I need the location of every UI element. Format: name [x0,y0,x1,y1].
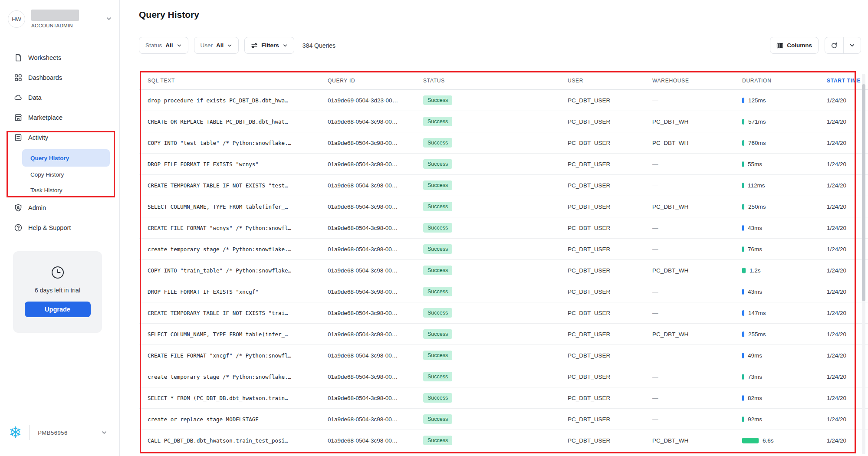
table-row[interactable]: create temporary stage /* Python:snowfla… [139,366,868,387]
vertical-scrollbar-thumb[interactable] [862,84,865,301]
sql-text-cell: SELECT COLUMN_NAME, TYPE FROM table(infe… [148,331,328,338]
table-row[interactable]: drop procedure if exists PC_DBT_DB.dbt_h… [139,90,868,111]
refresh-split-button [825,37,861,54]
filters-label: Filters [261,42,279,49]
warehouse-cell: — [652,182,742,189]
column-header-status[interactable]: STATUS [423,78,568,84]
table-row[interactable]: create or replace stage MODELSTAGE 01a9d… [139,409,868,430]
table-row[interactable]: COPY INTO "test_table" /* Python:snowfla… [139,132,868,154]
account-selector[interactable]: HW ACCOUNTADMIN [8,10,112,31]
table-body: drop procedure if exists PC_DBT_DB.dbt_h… [139,90,868,456]
warehouse-cell: PC_DBT_WH [652,203,742,210]
columns-button[interactable]: Columns [770,37,819,54]
status-badge: Success [423,244,452,254]
table-row[interactable]: SELECT COLUMN_NAME, TYPE FROM table(infe… [139,324,868,345]
table-row[interactable]: create temporary stage /* Python:snowfla… [139,239,868,260]
sidebar-item-worksheets[interactable]: Worksheets [0,48,119,68]
warehouse-cell: — [652,97,742,104]
warehouse-cell: — [652,310,742,316]
chevron-down-icon [227,43,232,48]
sidebar-item-dashboards[interactable]: Dashboards [0,68,119,88]
user-filter-label: User [201,42,213,49]
sidebar-item-query-history[interactable]: Query History [22,149,110,167]
column-header-sql-text[interactable]: SQL TEXT [148,78,328,84]
duration-cell: 571ms [742,118,827,125]
status-cell: Success [423,223,568,233]
duration-cell: 49ms [742,352,827,359]
duration-value: 49ms [748,352,762,359]
refresh-button[interactable] [825,37,843,53]
chevron-down-icon[interactable] [101,430,107,436]
duration-bar [742,183,744,188]
sidebar-item-task-history[interactable]: Task History [0,182,119,198]
duration-cell: 250ms [742,203,827,210]
table-row[interactable]: COPY INTO "train_table" /* Python:snowfl… [139,260,868,281]
column-header-user[interactable]: USER [568,78,652,84]
sidebar-item-label: Admin [28,204,46,211]
sidebar-item-data[interactable]: Data [0,88,119,108]
column-header-duration[interactable]: DURATION [742,78,827,84]
query-id-cell: 01a9de68-0504-3c98-00… [328,140,423,146]
table-row[interactable]: CREATE FILE FORMAT "xncgf" /* Python:sno… [139,345,868,366]
table-row[interactable]: SELECT COLUMN_NAME, TYPE FROM table(infe… [139,196,868,217]
table-row[interactable]: CREATE OR REPLACE PROCEDURE PC_DBT_DB.db… [139,451,868,456]
warehouse-cell: — [652,161,742,167]
refresh-options-button[interactable] [844,37,861,53]
status-filter-dropdown[interactable]: Status All [139,37,188,54]
sidebar-item-label: Help & Support [28,224,71,231]
status-cell: Success [423,95,568,105]
sql-text-cell: SELECT COLUMN_NAME, TYPE FROM table(infe… [148,203,328,210]
sql-text-cell: CALL PC_DBT_DB.dbt_hwatson.train_test_po… [148,437,328,444]
sql-text-cell: DROP FILE FORMAT IF EXISTS "wcnys" [148,161,328,167]
status-cell: Success [423,180,568,190]
status-badge: Success [423,223,452,233]
table-row[interactable]: CALL PC_DBT_DB.dbt_hwatson.train_test_po… [139,430,868,451]
sidebar-item-marketplace[interactable]: Marketplace [0,108,119,128]
duration-value: 760ms [748,140,766,146]
sidebar-item-help-support[interactable]: Help & Support [0,218,119,238]
sql-text-cell: SELECT * FROM (PC_DBT_DB.dbt_hwatson.tra… [148,395,328,401]
sidebar: HW ACCOUNTADMIN Worksheets Dashboards Da… [0,0,120,456]
filters-dropdown[interactable]: Filters [244,37,294,54]
status-badge: Success [423,117,452,126]
user-cell: PC_DBT_USER [568,182,652,189]
query-id-cell: 01a9de68-0504-3c98-00… [328,161,423,167]
table-row[interactable]: DROP FILE FORMAT IF EXISTS "xncgf" 01a9d… [139,281,868,302]
admin-shield-icon [14,203,23,212]
table-row[interactable]: CREATE OR REPLACE TABLE PC_DBT_DB.dbt_hw… [139,111,868,132]
duration-bar [742,98,744,103]
worksheet-icon [14,53,23,62]
duration-value: 125ms [748,97,766,104]
sidebar-item-activity[interactable]: Activity [0,128,119,148]
table-row[interactable]: SELECT * FROM (PC_DBT_DB.dbt_hwatson.tra… [139,387,868,409]
table-row[interactable]: CREATE FILE FORMAT "wcnys" /* Python:sno… [139,217,868,239]
user-filter-dropdown[interactable]: User All [194,37,239,54]
status-cell: Success [423,159,568,169]
duration-bar [742,438,759,443]
sidebar-item-admin[interactable]: Admin [0,198,119,218]
duration-value: 82ms [748,395,762,401]
user-cell: PC_DBT_USER [568,267,652,274]
table-row[interactable]: CREATE TEMPORARY TABLE IF NOT EXISTS "tr… [139,302,868,324]
upgrade-button[interactable]: Upgrade [25,302,91,317]
status-badge: Success [423,372,452,381]
footer-divider [30,425,30,440]
status-badge: Success [423,414,452,424]
user-cell: PC_DBT_USER [568,310,652,316]
table-row[interactable]: CREATE TEMPORARY TABLE IF NOT EXISTS "te… [139,175,868,196]
chevron-down-icon [849,43,855,48]
warehouse-cell: — [652,246,742,253]
table-row[interactable]: DROP FILE FORMAT IF EXISTS "wcnys" 01a9d… [139,154,868,175]
duration-value: 43ms [748,225,762,231]
status-badge: Success [423,202,452,211]
sidebar-item-copy-history[interactable]: Copy History [0,167,119,182]
duration-value: 250ms [748,203,766,210]
status-badge: Success [423,329,452,339]
warehouse-cell: — [652,416,742,423]
column-header-warehouse[interactable]: WAREHOUSE [652,78,742,84]
query-id-cell: 01a9de68-0504-3c98-00… [328,118,423,125]
sql-text-cell: COPY INTO "train_table" /* Python:snowfl… [148,267,328,274]
column-header-query-id[interactable]: QUERY ID [328,78,423,84]
clock-icon [50,265,65,280]
duration-cell: 55ms [742,161,827,167]
